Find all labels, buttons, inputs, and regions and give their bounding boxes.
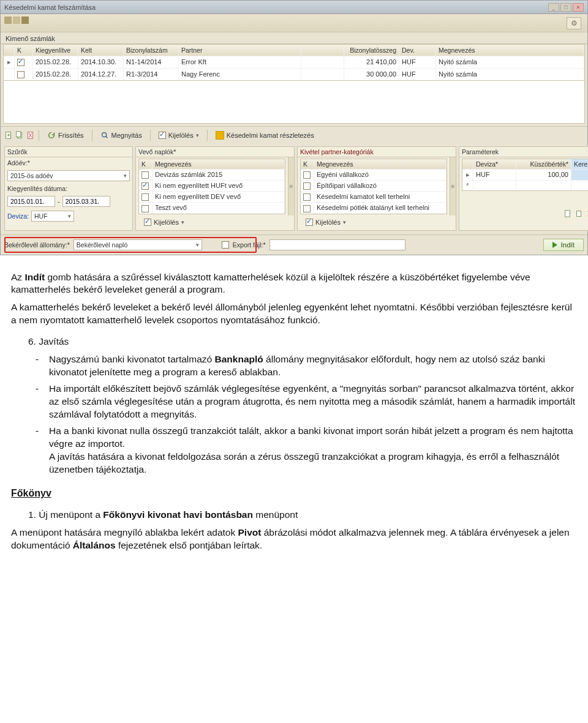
col-megnev[interactable]: Megnevezés [314, 159, 447, 169]
bekero-combo[interactable]: Bekérőlevél napló [74, 239, 202, 250]
grid-row[interactable]: 2015.02.28. 2014.12.27. R1-3/2014 Nagy F… [4, 68, 584, 80]
open-button[interactable]: Megnyitás [96, 129, 146, 141]
decoration-squares [4, 17, 29, 24]
list-item[interactable]: Építőipari vállalkozó [301, 180, 447, 191]
col-kerekites[interactable]: Kerekítés* [571, 159, 588, 169]
item-label: Teszt vevő [153, 203, 285, 213]
gear-icon: ⚙ [571, 19, 578, 28]
doc-list-item: Ha a banki kivonat nulla összegű tranzak… [36, 425, 577, 476]
item-label: Ki nem egyenlített DEV vevő [153, 192, 285, 202]
list-item[interactable]: Egyéni vállalkozó [301, 169, 447, 180]
grid-row[interactable]: ▸ 2015.02.28. 2014.10.30. N1-14/2014 Err… [4, 56, 584, 68]
col-deviza[interactable]: Deviza* [473, 159, 516, 169]
col-kelt[interactable]: Kelt [78, 45, 124, 56]
minimize-button[interactable]: _ [548, 3, 559, 12]
col-partner[interactable]: Partner [179, 45, 301, 56]
checkbox-icon [306, 219, 313, 226]
app-window: Késedelmi kamat felszámítása _ □ × ⚙ Kim… [0, 0, 588, 255]
export-checkbox[interactable] [222, 241, 229, 249]
row-checkbox[interactable] [303, 193, 311, 201]
actionbar: Frissítés Megnyitás Kijelölés Késedelmi … [1, 126, 587, 144]
param-row[interactable]: ▸ HUF 100,00 5 [462, 169, 588, 180]
date-to-input[interactable] [62, 196, 110, 207]
item-label: Építőipari vállalkozó [314, 181, 447, 191]
cell-bizszam: R1-3/2014 [124, 69, 179, 80]
adoev-label: Adóév:* [7, 159, 30, 167]
col-bizonylatszam[interactable]: Bizonylatszám [124, 45, 179, 56]
new-icon[interactable] [564, 209, 572, 218]
select-dropdown[interactable]: Kijelölés [140, 217, 189, 228]
adoev-combo[interactable]: 2015-ös adóév [7, 170, 130, 181]
copy-file-icon[interactable] [15, 131, 24, 140]
row-checkbox[interactable] [17, 71, 24, 78]
param-footer [459, 208, 588, 220]
deviza-combo[interactable]: HUF [31, 211, 74, 222]
copy-icon[interactable] [575, 209, 583, 218]
select-label: Kijelölés [168, 132, 194, 139]
delete-file-icon[interactable] [26, 131, 35, 140]
col-megnevezes[interactable]: Megnevezés [436, 45, 584, 56]
maximize-button[interactable]: □ [560, 3, 571, 12]
window-title: Késedelmi kamat felszámítása [4, 4, 96, 11]
row-checkbox[interactable] [141, 193, 149, 201]
settings-button[interactable]: ⚙ [567, 17, 581, 29]
date-from-input[interactable] [7, 196, 55, 207]
row-checkbox[interactable] [141, 171, 149, 179]
svg-point-4 [102, 133, 106, 137]
list-item[interactable]: Késedelmi pótlék átalányt kell terhelni [301, 202, 447, 213]
row-checkbox[interactable] [303, 171, 311, 179]
svg-rect-5 [565, 211, 570, 217]
doc-numbered-item: 1. Új menüpont a Főkönyvi kivonat havi b… [28, 509, 577, 522]
new-file-icon[interactable] [4, 131, 13, 140]
col-kuszob[interactable]: Küszöbérték* [516, 159, 571, 169]
refresh-button[interactable]: Frissítés [43, 129, 88, 141]
scroll-handle-icon[interactable]: ≡ [288, 157, 294, 215]
scroll-handle-icon[interactable]: ≡ [450, 157, 456, 215]
list-item[interactable]: Ki nem egyenlített DEV vevő [139, 191, 285, 202]
row-checkbox[interactable] [141, 182, 149, 190]
export-path-input[interactable] [270, 239, 406, 250]
doc-bold: Indít [24, 272, 45, 282]
list-item[interactable]: Ki nem egyenlített HUFt vevő [139, 180, 285, 191]
open-label: Megnyitás [111, 132, 142, 139]
panel-vevo-naplok: Vevő naplók* K Megnevezés Devizás számlá… [135, 146, 295, 230]
close-button[interactable]: × [573, 3, 584, 12]
select-dropdown[interactable]: Kijelölés [154, 130, 203, 141]
invoices-grid[interactable]: K Kiegyenlítve Kelt Bizonylatszám Partne… [3, 44, 585, 81]
grid-empty-area [3, 81, 585, 124]
row-checkbox[interactable] [141, 205, 149, 212]
date-sep: - [58, 198, 60, 205]
param-grid[interactable]: Deviza* Küszöbérték* Kerekítés* ▸ HUF 10… [462, 159, 588, 191]
doc-text: fejezetének első pontjában leírtak. [116, 540, 263, 550]
list-item[interactable]: Teszt vevő [139, 202, 285, 213]
deviza-label: Deviza: [7, 212, 29, 220]
row-indicator-icon: * [462, 181, 473, 190]
col-k[interactable]: K [15, 45, 33, 56]
indit-button[interactable]: Indít [543, 239, 584, 251]
row-checkbox[interactable] [17, 59, 24, 66]
col-k[interactable]: K [301, 159, 314, 169]
kivetel-list[interactable]: K Megnevezés Egyéni vállalkozó Építőipar… [300, 159, 447, 214]
col-deviza[interactable]: Dev. [399, 45, 436, 56]
col-kiegyenlitve[interactable]: Kiegyenlítve [33, 45, 78, 56]
delete-icon[interactable] [586, 209, 588, 218]
interest-detail-button[interactable]: Késedelmi kamat részletezés [211, 129, 318, 141]
select-dropdown[interactable]: Kijelölés [301, 217, 350, 228]
window-buttons: _ □ × [548, 3, 584, 12]
cell-kelt: 2014.12.27. [78, 69, 124, 80]
list-item[interactable]: Devizás számlák 2015 [139, 169, 285, 180]
col-k[interactable]: K [139, 159, 153, 169]
row-checkbox[interactable] [303, 205, 311, 212]
param-row[interactable]: * [462, 180, 588, 190]
row-checkbox[interactable] [303, 182, 311, 190]
cell-kerek [571, 181, 588, 190]
kiegy-label: Kiegyenlítés dátuma: [7, 185, 67, 192]
bekero-label: Bekérőlevél állomány:* [4, 241, 70, 249]
col-bizonylatosszeg[interactable]: Bizonylatösszeg [344, 45, 399, 56]
list-item[interactable]: Késedelmi kamatot kell terhelni [301, 191, 447, 202]
panel-kivetel-partner: Kivétel partner-kategóriák K Megnevezés … [297, 146, 456, 230]
col-megnev[interactable]: Megnevezés [153, 159, 285, 169]
doc-list-item: Ha importált előkészített bejövő számlák… [36, 383, 577, 421]
vevo-naplok-list[interactable]: K Megnevezés Devizás számlák 2015 Ki nem… [138, 159, 285, 214]
doc-text: Az [11, 272, 24, 282]
